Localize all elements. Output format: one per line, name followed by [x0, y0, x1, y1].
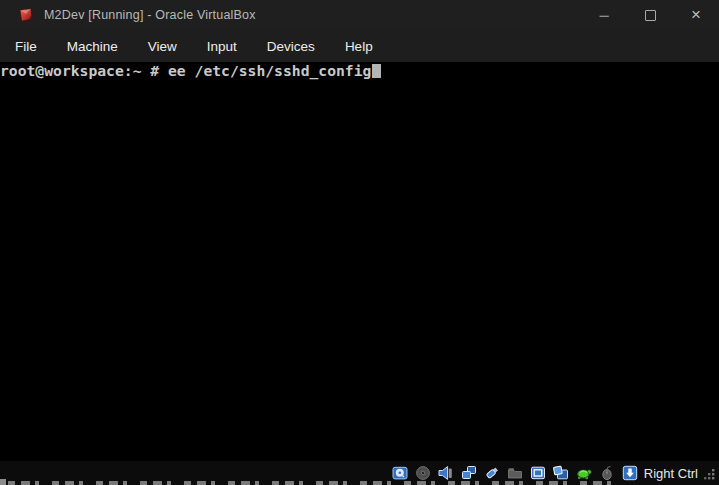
virtualbox-window: M2Dev [Running] - Oracle VirtualBox ─ × … — [0, 0, 719, 485]
features-icon[interactable] — [576, 465, 593, 482]
resize-grip[interactable] — [703, 466, 716, 480]
titlebar[interactable]: M2Dev [Running] - Oracle VirtualBox ─ × — [0, 0, 719, 30]
menu-file[interactable]: File — [0, 30, 52, 62]
background-window-clipped-text-row — [8, 481, 620, 485]
vm-os-icon — [18, 7, 34, 23]
host-key-label: Right Ctrl — [644, 466, 698, 481]
background-window-clipped-fragment — [0, 479, 6, 485]
recording-icon[interactable] — [553, 465, 570, 482]
menu-devices[interactable]: Devices — [252, 30, 330, 62]
terminal-prompt-line: root@workspace:~ # ee /etc/ssh/sshd_conf… — [0, 63, 719, 79]
window-title: M2Dev [Running] - Oracle VirtualBox — [44, 8, 256, 22]
audio-icon[interactable] — [438, 465, 455, 482]
optical-disc-icon[interactable] — [415, 465, 432, 482]
menu-view[interactable]: View — [133, 30, 192, 62]
host-key-state-icon[interactable] — [622, 465, 639, 482]
statusbar: Right Ctrl — [0, 461, 719, 485]
terminal-cursor — [372, 64, 381, 78]
hard-disks-icon[interactable] — [392, 465, 409, 482]
status-icons — [392, 465, 639, 482]
shared-folders-icon[interactable] — [507, 465, 524, 482]
usb-icon[interactable] — [484, 465, 501, 482]
network-icon[interactable] — [461, 465, 478, 482]
guest-screen[interactable]: root@workspace:~ # ee /etc/ssh/sshd_conf… — [0, 62, 719, 461]
menu-input[interactable]: Input — [192, 30, 252, 62]
menu-machine[interactable]: Machine — [52, 30, 133, 62]
minimize-button[interactable]: ─ — [581, 0, 627, 30]
window-controls: ─ × — [581, 0, 719, 30]
display-icon[interactable] — [530, 465, 547, 482]
close-button[interactable]: × — [673, 0, 719, 30]
maximize-button[interactable] — [627, 0, 673, 30]
terminal-text: root@workspace:~ # ee /etc/ssh/sshd_conf… — [0, 62, 371, 79]
maximize-icon — [645, 10, 656, 21]
menu-help[interactable]: Help — [330, 30, 388, 62]
mouse-integration-icon[interactable] — [599, 465, 616, 482]
menubar: File Machine View Input Devices Help — [0, 30, 719, 62]
